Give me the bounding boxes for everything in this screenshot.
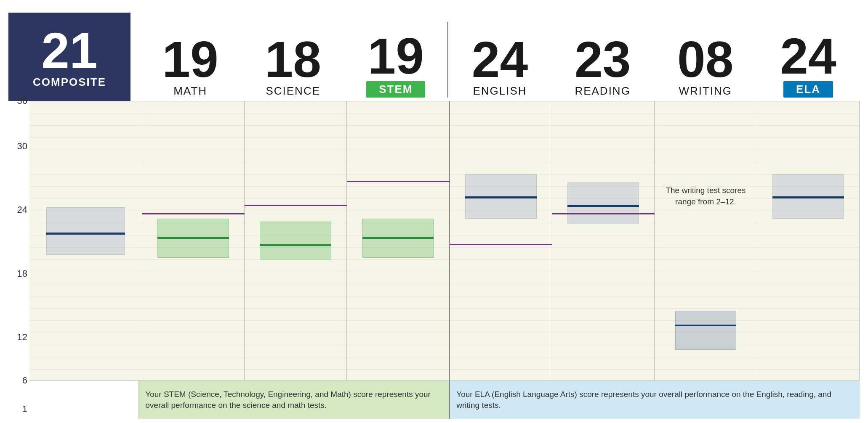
writing-score-number: 08 xyxy=(677,34,733,85)
col-reading-stripes xyxy=(552,101,654,381)
reading-score-line xyxy=(567,205,639,207)
science-range-box xyxy=(260,222,331,261)
col-english: 18 xyxy=(450,101,552,381)
writing-note: The writing test scores range from 2–12. xyxy=(665,185,747,207)
y-label-18: 18 xyxy=(17,268,27,279)
stem-footer-text: Your STEM (Science, Technology, Engineer… xyxy=(145,389,443,410)
col-ela-stripes xyxy=(757,101,859,381)
writing-score-label: WRITING xyxy=(679,85,732,98)
ela-score-line xyxy=(772,196,844,198)
y-label-6: 6 xyxy=(22,375,27,386)
col-math: 22 xyxy=(142,101,245,381)
y-label-12: 12 xyxy=(17,332,27,343)
writing-score-line xyxy=(675,325,736,326)
y-label-24: 24 xyxy=(17,204,27,215)
stem-score-number: 19 xyxy=(368,31,424,81)
reading-score-label: READING xyxy=(575,85,630,98)
composite-score-number: 21 xyxy=(41,25,97,76)
ela-footer-text: Your ELA (English Language Arts) score r… xyxy=(456,389,853,410)
col-ela xyxy=(757,101,860,381)
col-science: 23 xyxy=(245,101,347,381)
composite-score-line xyxy=(46,233,125,235)
science-benchmark-line: 23 xyxy=(245,205,357,206)
main-container: 21 COMPOSITE 19 MATH 18 SCIENCE 19 STEM … xyxy=(0,0,868,423)
reading-score-number: 23 xyxy=(575,34,631,85)
reading-range-box xyxy=(567,182,639,225)
english-block: 24 ENGLISH xyxy=(448,34,551,101)
math-score-label: MATH xyxy=(173,85,207,98)
chart-inner: 22 23 xyxy=(29,101,860,381)
y-axis: 36 30 24 18 12 6 1 xyxy=(8,101,29,419)
stem-score-label: STEM xyxy=(366,81,425,98)
reading-block: 23 READING xyxy=(551,34,654,101)
ela-block: 24 ELA xyxy=(757,31,860,101)
math-score-number: 19 xyxy=(162,34,218,85)
writing-block: 08 WRITING xyxy=(654,34,757,101)
reading-benchmark-line: 22 xyxy=(552,213,665,214)
composite-score-label: COMPOSITE xyxy=(33,76,106,89)
chart-area: 36 30 24 18 12 6 1 xyxy=(8,101,860,419)
science-score-line xyxy=(260,244,331,246)
stem-score-line xyxy=(362,237,434,239)
math-block: 19 MATH xyxy=(139,34,242,101)
ela-footer: Your ELA (English Language Arts) score r… xyxy=(450,381,860,419)
english-score-number: 24 xyxy=(472,34,528,85)
stem-benchmark-line: 26 xyxy=(347,181,459,182)
science-score-number: 18 xyxy=(265,34,321,85)
columns-container: 22 23 xyxy=(29,101,860,419)
stem-footer: Your STEM (Science, Technology, Engineer… xyxy=(139,381,450,419)
scores-header: 21 COMPOSITE 19 MATH 18 SCIENCE 19 STEM … xyxy=(8,4,860,101)
col-writing: The writing test scores range from 2–12. xyxy=(655,101,757,381)
math-score-line xyxy=(157,237,229,239)
writing-range-box xyxy=(675,311,736,350)
y-label-36: 36 xyxy=(17,95,27,106)
ela-score-label: ELA xyxy=(783,81,833,98)
english-benchmark-lower-line: 18 xyxy=(450,244,562,245)
english-score-label: ENGLISH xyxy=(473,85,527,98)
science-block: 18 SCIENCE xyxy=(242,34,344,101)
y-label-30: 30 xyxy=(17,141,27,152)
y-label-1: 1 xyxy=(22,404,27,415)
col-composite xyxy=(29,101,142,381)
composite-footer xyxy=(29,381,139,419)
composite-block: 21 COMPOSITE xyxy=(8,13,130,101)
math-benchmark-line: 22 xyxy=(142,213,255,214)
composite-range-box xyxy=(46,207,125,255)
footer-notes: Your STEM (Science, Technology, Engineer… xyxy=(29,381,860,419)
stem-block: 19 STEM xyxy=(344,31,447,101)
col-reading: 22 xyxy=(552,101,655,381)
col-english-stripes xyxy=(450,101,552,381)
col-stem: 26 xyxy=(347,101,450,381)
science-score-label: SCIENCE xyxy=(266,85,320,98)
english-score-line xyxy=(465,196,537,198)
ela-score-number: 24 xyxy=(780,31,836,81)
